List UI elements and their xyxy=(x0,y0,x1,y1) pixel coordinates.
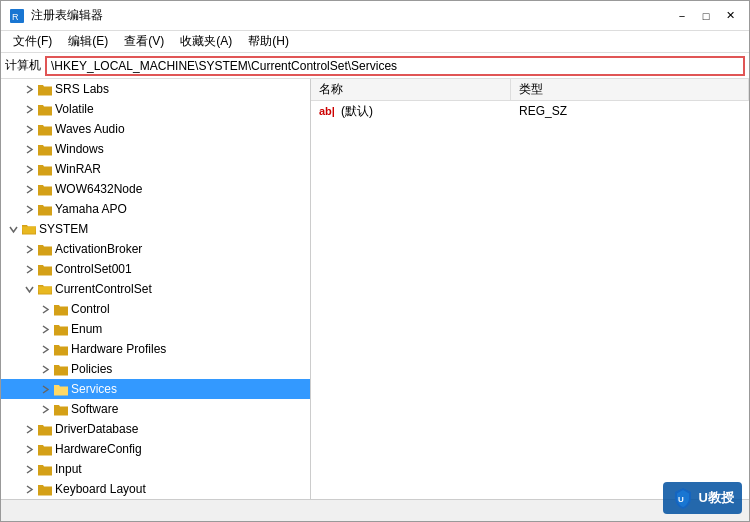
right-panel-body: ab|(默认)REG_SZ xyxy=(311,101,749,499)
tree-item-hardware-config[interactable]: HardwareConfig xyxy=(1,439,310,459)
right-panel: 名称 类型 ab|(默认)REG_SZ xyxy=(311,79,749,499)
tree-item-system[interactable]: SYSTEM xyxy=(1,219,310,239)
expand-btn-activation-broker[interactable] xyxy=(21,241,37,257)
tree-item-label-controlset001: ControlSet001 xyxy=(55,262,132,276)
folder-icon-controlset001 xyxy=(37,261,53,277)
folder-icon-winrar xyxy=(37,161,53,177)
title-bar: R 注册表编辑器 − □ ✕ xyxy=(1,1,749,31)
watermark-text: U教授 xyxy=(699,489,734,507)
expand-btn-yamaha-apo[interactable] xyxy=(21,201,37,217)
expand-btn-volatile[interactable] xyxy=(21,101,37,117)
folder-icon-enum xyxy=(53,321,69,337)
tree-item-waves-audio[interactable]: Waves Audio xyxy=(1,119,310,139)
expand-btn-control[interactable] xyxy=(37,301,53,317)
address-bar: 计算机 xyxy=(1,53,749,79)
folder-icon-currentcontrolset xyxy=(37,281,53,297)
address-label: 计算机 xyxy=(5,57,41,74)
tree-item-controlset001[interactable]: ControlSet001 xyxy=(1,259,310,279)
col-type-header: 类型 xyxy=(511,79,749,100)
expand-btn-enum[interactable] xyxy=(37,321,53,337)
tree-item-label-volatile: Volatile xyxy=(55,102,94,116)
folder-icon-keyboard-layout xyxy=(37,481,53,497)
address-input[interactable] xyxy=(45,56,745,76)
expand-btn-driver-database[interactable] xyxy=(21,421,37,437)
expand-btn-hardware-profiles[interactable] xyxy=(37,341,53,357)
expand-btn-input[interactable] xyxy=(21,461,37,477)
tree-item-label-hardware-config: HardwareConfig xyxy=(55,442,142,456)
folder-icon-activation-broker xyxy=(37,241,53,257)
expand-btn-waves-audio[interactable] xyxy=(21,121,37,137)
folder-icon-services xyxy=(53,381,69,397)
tree-item-label-waves-audio: Waves Audio xyxy=(55,122,125,136)
expand-btn-controlset001[interactable] xyxy=(21,261,37,277)
watermark: U U教授 xyxy=(663,482,742,514)
tree-item-volatile[interactable]: Volatile xyxy=(1,99,310,119)
folder-icon-wow6432node xyxy=(37,181,53,197)
tree-item-label-control: Control xyxy=(71,302,110,316)
close-button[interactable]: ✕ xyxy=(719,6,741,26)
tree-item-label-enum: Enum xyxy=(71,322,102,336)
tree-item-label-wow6432node: WOW6432Node xyxy=(55,182,142,196)
folder-icon-waves-audio xyxy=(37,121,53,137)
right-row-name: ab|(默认) xyxy=(319,103,519,120)
tree-item-windows[interactable]: Windows xyxy=(1,139,310,159)
tree-item-input[interactable]: Input xyxy=(1,459,310,479)
folder-icon-system xyxy=(21,221,37,237)
expand-btn-hardware-config[interactable] xyxy=(21,441,37,457)
tree-item-services[interactable]: Services xyxy=(1,379,310,399)
tree-item-keyboard-layout[interactable]: Keyboard Layout xyxy=(1,479,310,499)
maximize-button[interactable]: □ xyxy=(695,6,717,26)
app-icon: R xyxy=(9,8,25,24)
tree-item-winrar[interactable]: WinRAR xyxy=(1,159,310,179)
tree-item-enum[interactable]: Enum xyxy=(1,319,310,339)
menu-help[interactable]: 帮助(H) xyxy=(240,31,297,52)
expand-btn-windows[interactable] xyxy=(21,141,37,157)
ab-icon: ab| xyxy=(319,105,335,117)
tree-item-srs-labs[interactable]: SRS Labs xyxy=(1,79,310,99)
tree-item-label-driver-database: DriverDatabase xyxy=(55,422,138,436)
menu-favorites[interactable]: 收藏夹(A) xyxy=(172,31,240,52)
tree-item-policies[interactable]: Policies xyxy=(1,359,310,379)
right-row[interactable]: ab|(默认)REG_SZ xyxy=(311,101,749,121)
tree-item-label-keyboard-layout: Keyboard Layout xyxy=(55,482,146,496)
window-title: 注册表编辑器 xyxy=(31,7,103,24)
tree-item-activation-broker[interactable]: ActivationBroker xyxy=(1,239,310,259)
expand-btn-system[interactable] xyxy=(5,221,21,237)
tree-item-driver-database[interactable]: DriverDatabase xyxy=(1,419,310,439)
expand-btn-currentcontrolset[interactable] xyxy=(21,281,37,297)
right-panel-header: 名称 类型 xyxy=(311,79,749,101)
folder-icon-volatile xyxy=(37,101,53,117)
tree-item-label-srs-labs: SRS Labs xyxy=(55,82,109,96)
expand-btn-winrar[interactable] xyxy=(21,161,37,177)
menu-view[interactable]: 查看(V) xyxy=(116,31,172,52)
expand-btn-srs-labs[interactable] xyxy=(21,81,37,97)
minimize-button[interactable]: − xyxy=(671,6,693,26)
menu-bar: 文件(F) 编辑(E) 查看(V) 收藏夹(A) 帮助(H) xyxy=(1,31,749,53)
tree-item-label-policies: Policies xyxy=(71,362,112,376)
menu-file[interactable]: 文件(F) xyxy=(5,31,60,52)
tree-item-label-input: Input xyxy=(55,462,82,476)
folder-icon-windows xyxy=(37,141,53,157)
tree-item-control[interactable]: Control xyxy=(1,299,310,319)
tree-item-yamaha-apo[interactable]: Yamaha APO xyxy=(1,199,310,219)
registry-tree[interactable]: SRS LabsVolatileWaves AudioWindowsWinRAR… xyxy=(1,79,311,499)
expand-btn-policies[interactable] xyxy=(37,361,53,377)
tree-item-hardware-profiles[interactable]: Hardware Profiles xyxy=(1,339,310,359)
expand-btn-software[interactable] xyxy=(37,401,53,417)
right-row-type: REG_SZ xyxy=(519,104,741,118)
title-bar-left: R 注册表编辑器 xyxy=(9,7,103,24)
tree-item-wow6432node[interactable]: WOW6432Node xyxy=(1,179,310,199)
tree-item-label-currentcontrolset: CurrentControlSet xyxy=(55,282,152,296)
tree-item-label-system: SYSTEM xyxy=(39,222,88,236)
expand-btn-wow6432node[interactable] xyxy=(21,181,37,197)
main-content: SRS LabsVolatileWaves AudioWindowsWinRAR… xyxy=(1,79,749,499)
folder-icon-software xyxy=(53,401,69,417)
expand-btn-keyboard-layout[interactable] xyxy=(21,481,37,497)
tree-item-currentcontrolset[interactable]: CurrentControlSet xyxy=(1,279,310,299)
tree-item-label-software: Software xyxy=(71,402,118,416)
expand-btn-services[interactable] xyxy=(37,381,53,397)
tree-item-label-yamaha-apo: Yamaha APO xyxy=(55,202,127,216)
status-bar xyxy=(1,499,749,521)
tree-item-software[interactable]: Software xyxy=(1,399,310,419)
menu-edit[interactable]: 编辑(E) xyxy=(60,31,116,52)
